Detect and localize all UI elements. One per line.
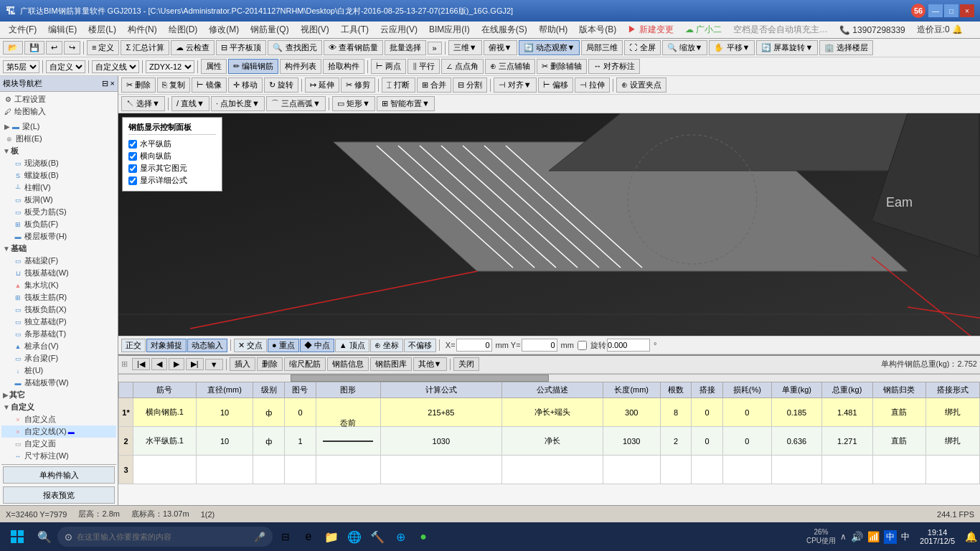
tb-smart-place-button[interactable]: ⊞ 智能布置▼ <box>377 96 435 111</box>
sidebar-item-board-group[interactable]: ▼板 <box>1 145 116 157</box>
rb-insert-button[interactable]: 插入 <box>230 357 255 371</box>
sidebar-item-cup-found[interactable]: ⊔筏板基础(W) <box>1 267 116 279</box>
menu-bim[interactable]: BIM应用(I) <box>423 22 476 37</box>
start-button[interactable] <box>3 524 32 550</box>
component-select[interactable]: 自定义 <box>46 60 85 73</box>
tb-delete-button[interactable]: ✂ 删除 <box>121 77 156 93</box>
tb-fullscreen-button[interactable]: ⛶ 全屏 <box>624 40 660 55</box>
tb-define-button[interactable]: ≡ 定义 <box>87 40 119 55</box>
tb-point-len-button[interactable]: · 点加长度▼ <box>211 96 265 111</box>
menu-help[interactable]: 帮助(H) <box>533 22 574 37</box>
sidebar-item-floor-band[interactable]: ▬楼层板带(H) <box>1 230 116 242</box>
sidebar-item-beam[interactable]: ▶▬梁(L) <box>1 121 116 133</box>
tray-ime2[interactable]: 中 <box>901 531 910 543</box>
snap-ortho-button[interactable]: 正交 <box>121 339 146 352</box>
tray-icon-up[interactable]: ∧ <box>840 532 847 542</box>
cell-length-3[interactable] <box>603 456 660 484</box>
cell-grade-3[interactable] <box>253 456 285 484</box>
cell-formula-2[interactable]: 1030 <box>380 427 501 456</box>
sidebar-item-custom-group[interactable]: ▼自定义 <box>1 401 116 413</box>
cell-overlap-1[interactable]: 0 <box>692 398 723 427</box>
tb-angle-button[interactable]: ∠ 点点角 <box>441 59 484 74</box>
snap-no-offset[interactable]: 不偏移 <box>404 339 436 352</box>
tray-network[interactable]: 🔊 <box>851 531 863 542</box>
menu-draw[interactable]: 绘图(D) <box>163 22 204 37</box>
cell-loss-1[interactable]: 0 <box>722 398 771 427</box>
menu-modify[interactable]: 修改(M) <box>203 22 245 37</box>
sidebar-item-real-board[interactable]: ▭现浇板(B) <box>1 157 116 169</box>
sidebar-item-custom-point[interactable]: ×自定义点 <box>1 413 116 425</box>
cell-graphic-1[interactable]: 前岙 <box>316 398 380 427</box>
mic-icon[interactable]: 🎤 <box>254 532 265 542</box>
col-diam[interactable]: 直径(mm) <box>196 382 253 398</box>
cell-count-2[interactable]: 2 <box>660 427 692 456</box>
tb-rect-button[interactable]: ▭ 矩形▼ <box>332 96 375 111</box>
rb-delete-button[interactable]: 删除 <box>257 357 283 371</box>
notification-icon[interactable]: 🔔 <box>965 531 977 542</box>
tb-topview-button[interactable]: 俯视▼ <box>484 40 517 55</box>
sidebar-item-found-beam[interactable]: ▭基础梁(F) <box>1 255 116 267</box>
col-type[interactable]: 钢筋归类 <box>872 382 926 398</box>
tb-merge-button[interactable]: ⊞ 合并 <box>417 77 451 93</box>
tb-dynamic-view-button[interactable]: 🔄 动态观察▼ <box>519 40 580 55</box>
tb-打断-button[interactable]: ⌶ 打断 <box>382 77 415 93</box>
type-select[interactable]: ZDYX-12 <box>146 60 194 73</box>
sidebar-item-other[interactable]: ▶其它 <box>1 389 116 401</box>
tb-line-button[interactable]: / 直线▼ <box>171 96 209 111</box>
tb-view-rebar-button[interactable]: 👁 查看钢筋量 <box>324 40 383 55</box>
tb-undo-button[interactable]: ↩ <box>46 41 62 55</box>
rb-last-button[interactable]: ▶| <box>186 358 204 370</box>
sidebar-item-custom-face[interactable]: ▭自定义面 <box>1 438 116 450</box>
cell-count-1[interactable]: 8 <box>660 398 692 427</box>
tb-pan-button[interactable]: ✋ 平移▼ <box>709 40 755 55</box>
sidebar-item-col-hat[interactable]: ┴柱帽(V) <box>1 182 116 194</box>
tb-偏移-button[interactable]: ⊢ 偏移 <box>538 77 573 93</box>
task-icon-app2[interactable]: ⊕ <box>390 527 410 547</box>
sidebar-item-raft-neg[interactable]: ▭筏板负筋(X) <box>1 303 116 316</box>
menu-new-change[interactable]: ▶ 新建变更 <box>622 22 679 37</box>
tb-redo-button[interactable]: ↪ <box>64 41 80 55</box>
sidebar-item-plate-rebar[interactable]: ⊞板负筋(F) <box>1 218 116 230</box>
menu-guangxiao[interactable]: ☁ 广小二 <box>679 22 727 37</box>
tb-mirror-button[interactable]: ⊢ 镜像 <box>192 77 227 93</box>
tb-copy-button[interactable]: ⎘ 复制 <box>157 77 190 93</box>
tb-set-vertex-button[interactable]: ⊕ 设置夹点 <box>616 77 666 93</box>
search-taskbar-icon[interactable]: 🔍 <box>34 527 55 547</box>
y-input[interactable] <box>522 339 557 352</box>
cell-count-3[interactable] <box>660 456 692 484</box>
def-line-select[interactable]: 自定义线 <box>92 60 139 73</box>
cb-vertical[interactable]: 横向纵筋 <box>128 150 216 162</box>
table-row[interactable]: 3 <box>119 456 980 484</box>
tray-ime[interactable]: 中 <box>884 530 897 544</box>
cell-diam-3[interactable] <box>196 456 253 484</box>
menu-tools[interactable]: 工具(T) <box>335 22 374 37</box>
sidebar-controls[interactable]: ⊟ × <box>102 79 115 88</box>
rb-first-button[interactable]: |◀ <box>132 358 150 370</box>
sidebar-item-engineering[interactable]: ⚙工程设置 <box>1 93 116 105</box>
task-icon-edge[interactable]: 🌐 <box>344 527 364 547</box>
task-icon-ie[interactable]: e <box>298 527 319 547</box>
col-joint[interactable]: 搭接形式 <box>926 382 980 398</box>
single-input-button[interactable]: 单构件输入 <box>3 466 115 484</box>
tb-3d-button[interactable]: 三维▼ <box>448 40 482 55</box>
menu-edit[interactable]: 编辑(E) <box>42 22 83 37</box>
sidebar-item-spiral-board[interactable]: S螺旋板(B) <box>1 169 116 182</box>
tb-arc-button[interactable]: ⌒ 三点画弧▼ <box>266 96 326 111</box>
tb-level-button[interactable]: ⊟ 平齐板顶 <box>216 40 266 55</box>
cb-horizontal[interactable]: 水平纵筋 <box>128 138 216 150</box>
col-total-wt[interactable]: 总重(kg) <box>822 382 872 398</box>
col-unit-wt[interactable]: 单重(kg) <box>771 382 821 398</box>
cell-formula-3[interactable] <box>380 456 501 484</box>
col-id[interactable]: 筋号 <box>133 382 197 398</box>
cell-fignum-1[interactable]: 0 <box>285 398 316 427</box>
sidebar-item-plate-force[interactable]: ▭板受力筋(S) <box>1 206 116 218</box>
col-loss[interactable]: 损耗(%) <box>722 382 771 398</box>
menu-view[interactable]: 视图(V) <box>295 22 335 37</box>
tb-select-draw-button[interactable]: ↖ 选择▼ <box>121 96 165 111</box>
cell-graphic-2[interactable] <box>316 427 380 456</box>
tb-component-list-button[interactable]: 构件列表 <box>280 59 321 74</box>
cell-overlap-2[interactable]: 0 <box>692 427 723 456</box>
tb-calc-button[interactable]: Σ 汇总计算 <box>121 40 169 55</box>
col-graphic[interactable]: 图形 <box>316 382 380 398</box>
x-input[interactable] <box>456 339 492 352</box>
